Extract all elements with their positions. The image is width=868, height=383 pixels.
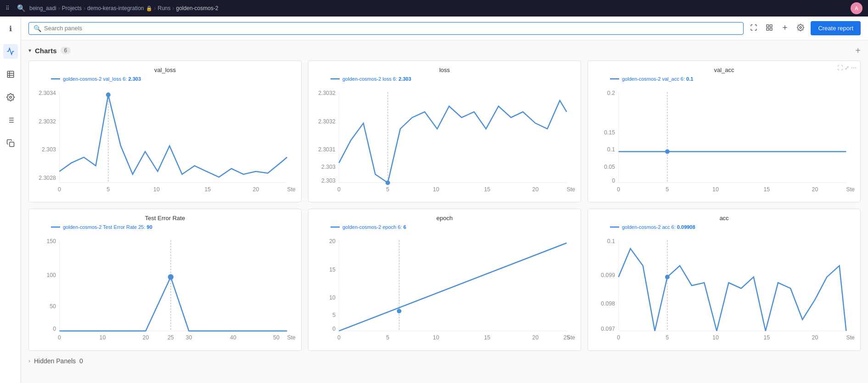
svg-text:Step: Step bbox=[566, 334, 575, 341]
search-nav-icon[interactable]: 🔍 bbox=[17, 4, 26, 12]
svg-text:10: 10 bbox=[712, 334, 719, 341]
charts-section: ▾ Charts 6 + val_loss golden-cosmos-2 va… bbox=[21, 40, 868, 383]
sidebar-compare-icon[interactable] bbox=[3, 113, 18, 128]
legend-text-val-loss: golden-cosmos-2 val_loss 6: 2.303 bbox=[63, 76, 141, 82]
sidebar-table-icon[interactable] bbox=[3, 67, 18, 82]
grid-icon: ⠿ bbox=[6, 5, 10, 11]
breadcrumb-runs[interactable]: Runs bbox=[158, 5, 171, 11]
search-input-wrap[interactable]: 🔍 bbox=[28, 22, 744, 35]
chart-card-epoch: epoch golden-cosmos-2 epoch 6: 6 20 15 1… bbox=[308, 209, 581, 350]
legend-text-val-acc: golden-cosmos-2 val_acc 6: 0.1 bbox=[622, 76, 693, 82]
svg-text:50: 50 bbox=[273, 334, 280, 341]
settings-toolbar-icon[interactable] bbox=[795, 22, 806, 35]
svg-text:5: 5 bbox=[666, 186, 669, 193]
chart-svg-test-error-rate: 150 100 50 0 0 10 20 25 30 40 50 Step bbox=[34, 232, 296, 346]
svg-rect-0 bbox=[7, 71, 14, 78]
svg-text:0: 0 bbox=[337, 334, 341, 341]
create-report-button[interactable]: Create report bbox=[811, 21, 861, 35]
chart-svg-val-loss: 2.3034 2.3032 2.303 2.3028 0 5 10 15 20 … bbox=[34, 83, 296, 198]
svg-text:10: 10 bbox=[712, 186, 719, 193]
chart-legend-loss: golden-cosmos-2 loss 6: 2.303 bbox=[314, 76, 575, 82]
svg-text:0.2: 0.2 bbox=[607, 90, 615, 96]
top-nav: ⠿ 🔍 being_aadi › Projects › demo-keras-i… bbox=[0, 0, 868, 17]
chart-svg-epoch: 20 15 10 5 0 0 5 10 15 20 25 Step bbox=[314, 232, 575, 346]
svg-text:Step: Step bbox=[846, 186, 855, 193]
svg-text:30: 30 bbox=[186, 334, 192, 341]
svg-text:2.3032: 2.3032 bbox=[39, 118, 56, 125]
chevron-right-icon: › bbox=[28, 358, 30, 364]
test-error-rate-svg: 150 100 50 0 0 10 20 25 30 40 50 Step bbox=[34, 232, 296, 345]
svg-text:20: 20 bbox=[143, 334, 149, 341]
svg-text:10: 10 bbox=[153, 186, 160, 193]
chart-title-loss: loss bbox=[314, 67, 575, 73]
svg-text:0: 0 bbox=[332, 326, 336, 333]
hidden-panels-label: Hidden Panels bbox=[34, 357, 76, 365]
layout-icon[interactable] bbox=[764, 22, 775, 35]
expand-icon[interactable]: ⛶ bbox=[837, 65, 843, 71]
add-panel-toolbar-icon[interactable] bbox=[779, 22, 790, 35]
breadcrumb-run: golden-cosmos-2 bbox=[176, 5, 218, 11]
svg-text:0.098: 0.098 bbox=[601, 300, 615, 307]
svg-rect-15 bbox=[767, 28, 769, 30]
lock-icon: 🔒 bbox=[146, 6, 152, 11]
svg-text:0: 0 bbox=[53, 326, 56, 333]
hidden-panels-count: 0 bbox=[79, 357, 83, 365]
chart-card-val-loss: val_loss golden-cosmos-2 val_loss 6: 2.3… bbox=[28, 61, 302, 202]
acc-svg: 0.1 0.099 0.098 0.097 0 5 10 15 20 Step bbox=[594, 232, 855, 345]
svg-text:20: 20 bbox=[812, 186, 818, 193]
more-icon[interactable]: ⋯ bbox=[851, 65, 857, 71]
breadcrumb-user[interactable]: being_aadi bbox=[29, 5, 56, 11]
svg-rect-13 bbox=[770, 25, 773, 27]
chart-card-test-error-rate: Test Error Rate golden-cosmos-2 Test Err… bbox=[28, 209, 302, 350]
left-sidebar: ℹ bbox=[0, 17, 21, 383]
svg-text:0.05: 0.05 bbox=[604, 164, 615, 170]
svg-point-94 bbox=[397, 309, 402, 314]
sidebar-charts-icon[interactable] bbox=[3, 44, 18, 59]
svg-text:5: 5 bbox=[386, 186, 389, 193]
chart-title-val-acc: val_acc bbox=[594, 67, 855, 73]
svg-text:20: 20 bbox=[329, 238, 336, 244]
svg-text:2.3032: 2.3032 bbox=[318, 90, 336, 96]
toolbar-icons bbox=[748, 22, 806, 35]
avatar[interactable]: A bbox=[851, 2, 862, 14]
legend-text-acc: golden-cosmos-2 acc 6: 0.09908 bbox=[622, 224, 695, 230]
svg-text:2.3034: 2.3034 bbox=[39, 90, 56, 96]
svg-text:0.15: 0.15 bbox=[604, 129, 615, 136]
breadcrumb-project[interactable]: demo-keras-integration bbox=[87, 5, 144, 11]
content-area: 🔍 Create report bbox=[21, 17, 868, 383]
breadcrumb-projects[interactable]: Projects bbox=[62, 5, 82, 11]
fullscreen-icon[interactable] bbox=[748, 22, 759, 35]
svg-text:20: 20 bbox=[812, 334, 818, 341]
charts-count-badge: 6 bbox=[61, 47, 71, 54]
search-input[interactable] bbox=[44, 25, 739, 32]
svg-text:15: 15 bbox=[204, 186, 211, 193]
epoch-svg: 20 15 10 5 0 0 5 10 15 20 25 Step bbox=[314, 232, 575, 345]
val-acc-svg: 0.2 0.15 0.1 0.05 0 0 5 10 15 20 Step bbox=[594, 83, 855, 197]
hidden-panels-row[interactable]: › Hidden Panels 0 bbox=[28, 357, 861, 365]
chart-svg-loss: 2.3032 2.3032 2.3031 2.303 2.303 0 5 10 … bbox=[314, 83, 575, 198]
chevron-down-icon: ▾ bbox=[28, 47, 31, 54]
svg-rect-14 bbox=[770, 28, 773, 30]
svg-text:15: 15 bbox=[484, 334, 490, 341]
sidebar-copy-icon[interactable] bbox=[3, 136, 18, 150]
chart-title-test-error-rate: Test Error Rate bbox=[34, 215, 296, 222]
svg-text:5: 5 bbox=[106, 186, 110, 193]
svg-text:2.3032: 2.3032 bbox=[318, 118, 336, 125]
sidebar-settings-icon[interactable] bbox=[3, 90, 18, 105]
svg-text:20: 20 bbox=[532, 334, 539, 341]
svg-text:Step: Step bbox=[566, 186, 575, 193]
chart-legend-val-acc: golden-cosmos-2 val_acc 6: 0.1 bbox=[594, 76, 855, 82]
section-header-charts[interactable]: ▾ Charts 6 + bbox=[28, 46, 861, 55]
svg-text:Step: Step bbox=[846, 334, 855, 341]
sidebar-info-icon[interactable]: ℹ bbox=[3, 21, 18, 36]
add-panel-button[interactable]: + bbox=[855, 46, 861, 55]
svg-text:0: 0 bbox=[337, 186, 341, 193]
resize-icon[interactable]: ⤢ bbox=[845, 65, 849, 71]
svg-text:0: 0 bbox=[58, 334, 61, 341]
svg-text:0: 0 bbox=[617, 334, 620, 341]
svg-rect-11 bbox=[9, 142, 14, 147]
legend-line-test-error-rate bbox=[51, 227, 60, 228]
legend-line-loss bbox=[330, 78, 340, 79]
legend-line-acc bbox=[610, 227, 619, 228]
svg-text:10: 10 bbox=[100, 334, 106, 341]
